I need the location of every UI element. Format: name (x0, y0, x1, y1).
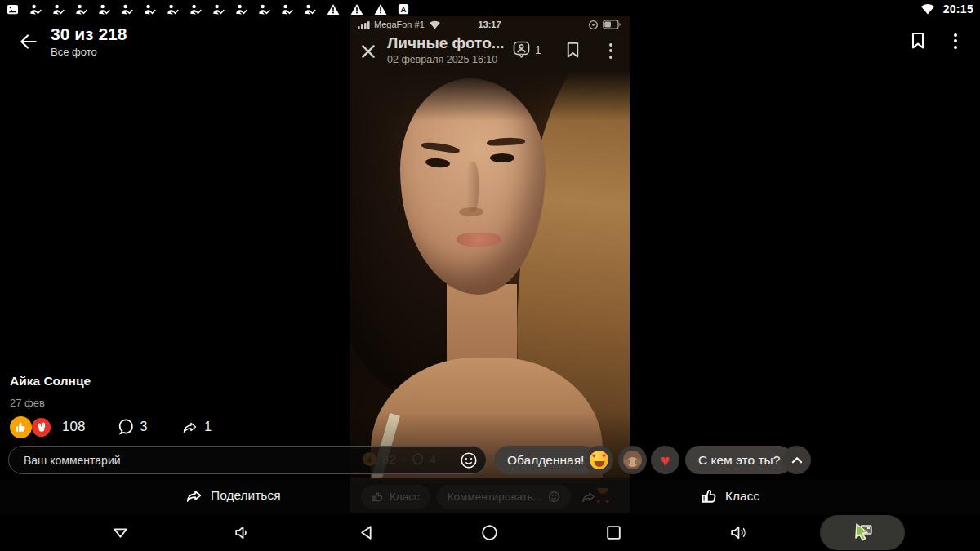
svg-text:A: A (401, 5, 407, 14)
more-options-button[interactable] (946, 31, 965, 51)
reactions-count[interactable]: 108 (62, 419, 85, 435)
hide-navbar-button[interactable] (111, 523, 130, 542)
screenshot-clock: 13:17 (350, 20, 630, 29)
person-check-icon (144, 3, 156, 16)
person-check-icon (121, 3, 133, 16)
warning-icon (350, 3, 363, 16)
screenshot-album-title: Личные фото... (387, 34, 505, 52)
person-check-icon (235, 3, 247, 16)
tagged-people-badge: 1 (513, 41, 541, 59)
person-check-icon (167, 3, 179, 16)
person-check-icon (258, 3, 270, 16)
person-check-icon (304, 3, 316, 16)
letter-badge-icon: A (398, 3, 409, 15)
heart-emoji-chip[interactable]: ♥ (651, 446, 679, 474)
photo-counter-title: 30 из 218 (51, 24, 127, 44)
person-check-icon (189, 3, 202, 16)
person-check-icon (98, 3, 110, 16)
volume-mute-button[interactable] (233, 523, 252, 542)
mouse-mode-button[interactable] (820, 515, 905, 550)
bottom-action-bar: Поделиться Класс (0, 480, 980, 514)
quick-reply-chip[interactable]: Обалденная! (494, 446, 597, 474)
recents-nav-button[interactable] (604, 523, 623, 542)
screenshot-more-icon (601, 41, 621, 60)
person-check-icon (29, 3, 42, 16)
collapse-chips-button[interactable] (782, 446, 811, 474)
android-nav-bar (0, 514, 980, 551)
comment-input-wrap (8, 446, 487, 474)
album-name: Все фото (51, 46, 97, 58)
close-icon (359, 42, 377, 60)
person-check-icon (281, 3, 293, 16)
notification-icons: A (7, 3, 409, 16)
back-button[interactable] (18, 31, 39, 52)
like-button[interactable]: Класс (701, 487, 760, 504)
bookmark-button[interactable] (908, 31, 928, 51)
screenshot-photo-date: 02 февраля 2025 16:10 (387, 54, 497, 65)
quick-reply-chip[interactable]: С кем это ты? (685, 446, 793, 474)
volume-up-button[interactable] (729, 523, 750, 542)
comment-input[interactable] (9, 454, 460, 467)
warning-icon (374, 3, 387, 16)
home-nav-button[interactable] (480, 523, 499, 542)
person-check-icon (212, 3, 225, 16)
comments-count-button[interactable]: 3 (118, 419, 147, 435)
back-nav-button[interactable] (358, 523, 376, 542)
screenshot-photo-header: Личные фото... 02 февраля 2025 16:10 1 (350, 33, 630, 72)
clock: 20:15 (943, 2, 973, 16)
photo-screenshot[interactable]: MegaFon #1 13:17 Личные фото... 02 февра… (350, 16, 630, 513)
warning-icon (327, 3, 340, 16)
screen: A 20:15 30 из 218 Все фото MegaFon #1 13… (0, 0, 980, 551)
person-check-icon (52, 3, 65, 16)
image-notification-icon (7, 3, 19, 16)
shares-count-button[interactable]: 1 (181, 420, 212, 434)
portrait-photo (350, 72, 630, 478)
screenshot-ios-status-bar: MegaFon #1 13:17 (350, 16, 630, 33)
person-check-icons (29, 3, 316, 16)
post-author[interactable]: Айка Солнце (10, 374, 91, 389)
monkey-emoji-chip[interactable] (618, 446, 647, 474)
wifi-icon (920, 3, 935, 15)
rock-reaction-icon[interactable] (30, 416, 52, 438)
reactions-row: 108 3 1 (10, 415, 212, 438)
person-check-icon (75, 3, 87, 16)
post-date: 27 фев (10, 397, 45, 409)
like-reaction-icon[interactable] (10, 416, 32, 438)
share-button[interactable]: Поделиться (185, 487, 281, 504)
heart-eyes-emoji-chip[interactable]: ♥♥ (585, 446, 613, 474)
emoji-picker-icon[interactable] (460, 451, 478, 469)
screenshot-bookmark-icon (564, 41, 582, 60)
comment-bar: Обалденная! ♥♥ ♥ С кем это ты? (0, 446, 980, 475)
android-status-bar: A 20:15 (0, 0, 980, 18)
